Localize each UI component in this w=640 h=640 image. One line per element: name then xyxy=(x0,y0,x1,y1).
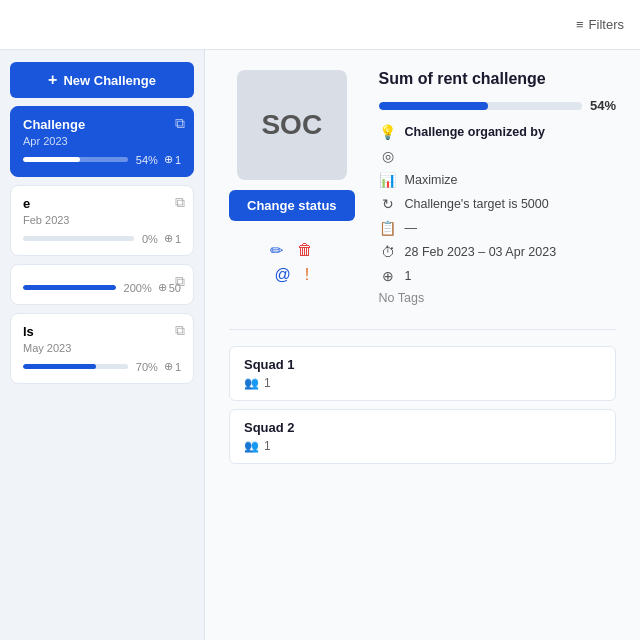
info-row-list: 📋 — xyxy=(379,219,616,237)
card-footer-4: 70% ⊕ 1 xyxy=(23,360,181,373)
info-list-label: — xyxy=(405,221,418,235)
card-footer-1: 54% ⊕ 1 xyxy=(23,153,181,166)
card-pct-2: 0% xyxy=(142,233,158,245)
soc-logo-text: SOC xyxy=(261,109,322,141)
squad-2-group-icon: 👥 xyxy=(244,439,259,453)
card-date-4: May 2023 xyxy=(23,342,181,354)
detail-progress-pct: 54% xyxy=(590,98,616,113)
info-row-organized: 💡 Challenge organized by xyxy=(379,123,616,141)
progress-fill-4 xyxy=(23,364,96,369)
progress-fill-1 xyxy=(23,157,80,162)
change-status-button[interactable]: Change status xyxy=(229,190,355,221)
participants-count-2: 1 xyxy=(175,233,181,245)
squad-2-members: 👥 1 xyxy=(244,439,601,453)
change-status-label: Change status xyxy=(247,198,337,213)
detail-left: SOC Change status ✏ 🗑 @ ! xyxy=(229,70,355,305)
squad-row-2: Squad 2 👥 1 xyxy=(229,409,616,464)
progress-bg-4 xyxy=(23,364,128,369)
chart-icon: 📊 xyxy=(379,171,397,189)
participants-icon-1: ⊕ xyxy=(164,153,173,166)
detail-progress-row: 54% xyxy=(379,98,616,113)
filters-button[interactable]: ≡ Filters xyxy=(576,17,624,32)
squad-1-name: Squad 1 xyxy=(244,357,601,372)
info-maximize-label: Maximize xyxy=(405,173,458,187)
detail-meta: Sum of rent challenge 54% 💡 Challenge or… xyxy=(379,70,616,305)
info-row-date: ⏱ 28 Feb 2023 – 03 Apr 2023 xyxy=(379,243,616,261)
edit-icon[interactable]: ✏ xyxy=(270,241,283,260)
alert-icon[interactable]: ! xyxy=(305,266,309,284)
copy-icon-4: ⧉ xyxy=(175,322,185,339)
card-participants-1: ⊕ 1 xyxy=(164,153,181,166)
card-pct-1: 54% xyxy=(136,154,158,166)
card-footer-2: 0% ⊕ 1 xyxy=(23,232,181,245)
rotate-icon: ↻ xyxy=(379,195,397,213)
progress-fill-3 xyxy=(23,285,116,290)
copy-icon-1: ⧉ xyxy=(175,115,185,132)
squad-section: Squad 1 👥 1 Squad 2 👥 1 xyxy=(229,346,616,464)
participants-count-4: 1 xyxy=(175,361,181,373)
top-bar: ≡ Filters xyxy=(0,0,640,50)
progress-bg-3 xyxy=(23,285,116,290)
info-row-tags: No Tags xyxy=(379,291,616,305)
plus-icon: + xyxy=(48,71,57,89)
no-tags-text: No Tags xyxy=(379,291,425,305)
info-row-participants: ⊕ 1 xyxy=(379,267,616,285)
squad-1-members: 👥 1 xyxy=(244,376,601,390)
detail-title: Sum of rent challenge xyxy=(379,70,616,88)
card-footer-3: 200% ⊕ 50 xyxy=(23,281,181,294)
filter-icon: ≡ xyxy=(576,17,584,32)
challenge-card-3[interactable]: ⧉ 200% ⊕ 50 xyxy=(10,264,194,305)
copy-icon-2: ⧉ xyxy=(175,194,185,211)
card-title-1: Challenge xyxy=(23,117,163,132)
detail-progress-fill xyxy=(379,102,489,110)
icon-actions: ✏ 🗑 xyxy=(270,241,313,260)
challenge-card-2[interactable]: ⧉ e Feb 2023 0% ⊕ 1 xyxy=(10,185,194,256)
card-date-2: Feb 2023 xyxy=(23,214,181,226)
info-row-challenge-target: ↻ Challenge's target is 5000 xyxy=(379,195,616,213)
new-challenge-button[interactable]: + New Challenge xyxy=(10,62,194,98)
squad-1-group-icon: 👥 xyxy=(244,376,259,390)
target-icon: ◎ xyxy=(379,147,397,165)
info-participants-val: 1 xyxy=(405,269,412,283)
bulb-icon: 💡 xyxy=(379,123,397,141)
social-actions: @ ! xyxy=(274,266,309,284)
card-date-1: Apr 2023 xyxy=(23,135,181,147)
new-challenge-label: New Challenge xyxy=(63,73,155,88)
info-challenge-target-label: Challenge's target is 5000 xyxy=(405,197,549,211)
card-pct-4: 70% xyxy=(136,361,158,373)
card-pct-3: 200% xyxy=(124,282,152,294)
filters-label: Filters xyxy=(589,17,624,32)
detail-top: SOC Change status ✏ 🗑 @ ! Sum of rent ch… xyxy=(229,70,616,305)
progress-bg-2 xyxy=(23,236,134,241)
list-icon: 📋 xyxy=(379,219,397,237)
squad-row-1: Squad 1 👥 1 xyxy=(229,346,616,401)
copy-icon-3: ⧉ xyxy=(175,273,185,290)
participants-count-1: 1 xyxy=(175,154,181,166)
progress-bg-1 xyxy=(23,157,128,162)
card-participants-2: ⊕ 1 xyxy=(164,232,181,245)
squad-2-members-count: 1 xyxy=(264,439,271,453)
squad-1-members-count: 1 xyxy=(264,376,271,390)
detail-progress-bg xyxy=(379,102,582,110)
clock-icon: ⏱ xyxy=(379,243,397,261)
info-row-maximize: 📊 Maximize xyxy=(379,171,616,189)
detail-info-list: 💡 Challenge organized by ◎ 📊 Maximize ↻ … xyxy=(379,123,616,305)
detail-divider xyxy=(229,329,616,330)
squad-2-name: Squad 2 xyxy=(244,420,601,435)
challenge-card-1[interactable]: ⧉ Challenge Apr 2023 54% ⊕ 1 xyxy=(10,106,194,177)
card-title-2: e xyxy=(23,196,163,211)
soc-logo: SOC xyxy=(237,70,347,180)
sidebar: + New Challenge ⧉ Challenge Apr 2023 54%… xyxy=(0,50,205,640)
info-row-target-icon: ◎ xyxy=(379,147,616,165)
trash-icon[interactable]: 🗑 xyxy=(297,241,313,260)
main-layout: + New Challenge ⧉ Challenge Apr 2023 54%… xyxy=(0,50,640,640)
participants-icon-3: ⊕ xyxy=(158,281,167,294)
at-icon[interactable]: @ xyxy=(274,266,290,284)
card-title-4: ls xyxy=(23,324,163,339)
info-date-range: 28 Feb 2023 – 03 Apr 2023 xyxy=(405,245,557,259)
info-organized-label: Challenge organized by xyxy=(405,125,545,139)
participants-icon-4: ⊕ xyxy=(164,360,173,373)
card-participants-4: ⊕ 1 xyxy=(164,360,181,373)
participants-icon-2: ⊕ xyxy=(164,232,173,245)
challenge-card-4[interactable]: ⧉ ls May 2023 70% ⊕ 1 xyxy=(10,313,194,384)
